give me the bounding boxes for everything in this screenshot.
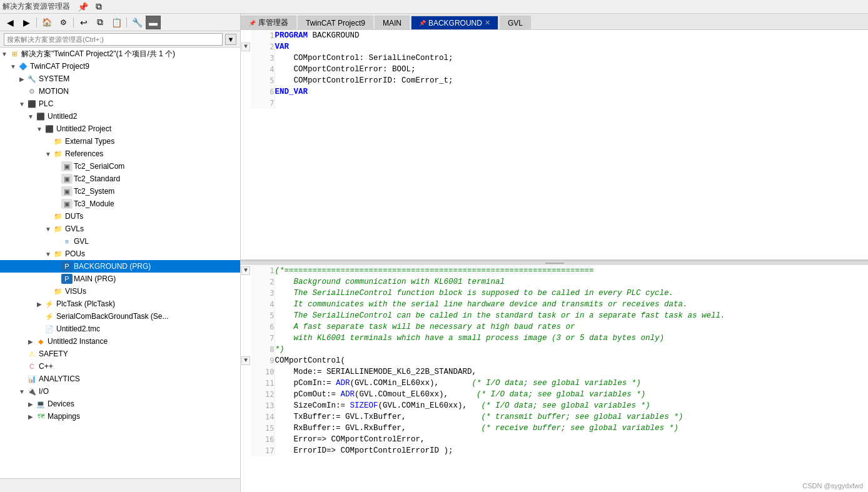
tree-arrow-plc[interactable]: ▼ — [18, 101, 26, 108]
tree-arrow-solution[interactable]: ▼ — [0, 51, 9, 58]
solution-tree: ▼⊞解决方案"TwinCAT Project2"(1 个项目/共 1 个)▼🔷T… — [0, 48, 240, 478]
tab-gvl[interactable]: GVL — [500, 16, 531, 29]
code-content-bottom-5[interactable]: The SerialLineControl can be called in t… — [275, 310, 868, 321]
tree-item-tc2serial[interactable]: ▣Tc2_SerialCom — [0, 160, 240, 173]
tree-arrow-plctask[interactable]: ▶ — [35, 301, 44, 308]
tree-item-twincat[interactable]: ▼🔷TwinCAT Project9 — [0, 60, 240, 73]
tree-item-pous[interactable]: ▼📁POUs — [0, 248, 240, 260]
tree-item-untitled2[interactable]: ▼⬛Untitled2 — [0, 110, 240, 123]
tree-item-plc[interactable]: ▼⬛PLC — [0, 98, 240, 110]
code-content-bottom-13[interactable]: SizeComIn:= SIZEOF(GVL.COMin_EL60xx), (*… — [275, 400, 868, 411]
tree-label-untitled2: Untitled2 — [48, 112, 77, 121]
tree-item-cpp[interactable]: CC++ — [0, 360, 240, 373]
tree-item-analytics[interactable]: 📊ANALYTICS — [0, 373, 240, 385]
home-btn[interactable]: 🏠 — [39, 16, 54, 29]
search-dropdown-btn[interactable]: ▼ — [225, 34, 236, 45]
tree-item-untitled2project[interactable]: ▼⬛Untitled2 Project — [0, 123, 240, 135]
tree-item-solution[interactable]: ▼⊞解决方案"TwinCAT Project2"(1 个项目/共 1 个) — [0, 48, 240, 60]
pin-btn[interactable]: 📌 — [75, 0, 90, 14]
code-row-bottom-13: 13 SizeComIn:= SIZEOF(GVL.COMin_EL60xx),… — [241, 400, 868, 411]
code-content-top-4[interactable]: COMportControlError: BOOL; — [275, 64, 868, 75]
maximize-btn[interactable]: ⧉ — [91, 0, 106, 14]
properties-btn[interactable]: ⚙ — [56, 16, 71, 29]
settings-btn[interactable]: 🔧 — [129, 16, 144, 29]
tab-close-background[interactable]: ✕ — [485, 19, 490, 27]
tree-arrow-untitled2instance[interactable]: ▶ — [26, 338, 35, 345]
fold-btn-b-9[interactable]: ▼ — [241, 356, 250, 365]
collapse-btn[interactable]: ↩ — [76, 16, 91, 29]
fold-btn-2[interactable]: ▼ — [241, 43, 250, 51]
code-content-top-5[interactable]: COMportControlErrorID: ComError_t; — [275, 75, 868, 86]
tab-main[interactable]: MAIN — [375, 16, 410, 29]
filter-btn[interactable]: ▬ — [146, 16, 161, 29]
tree-arrow-mappings[interactable]: ▶ — [26, 413, 35, 420]
tree-item-externaltypes[interactable]: 📁External Types — [0, 135, 240, 148]
tree-arrow-untitled2project[interactable]: ▼ — [35, 126, 44, 133]
tree-item-references[interactable]: ▼📁References — [0, 148, 240, 160]
tree-item-plctask[interactable]: ▶⚡PlcTask (PlcTask) — [0, 298, 240, 310]
code-content-top-2[interactable]: VAR — [275, 41, 868, 53]
back-btn[interactable]: ◀ — [3, 16, 18, 29]
code-content-bottom-14[interactable]: TxBuffer:= GVL.TxBuffer, (* transmit buf… — [275, 411, 868, 423]
tree-item-safety[interactable]: ⚠SAFETY — [0, 348, 240, 360]
tree-arrow-pous[interactable]: ▼ — [44, 251, 53, 258]
tab-project9[interactable]: TwinCAT Project9 — [298, 16, 373, 29]
tree-item-serialcomtask[interactable]: ⚡SerialComBackGroundTask (Se... — [0, 310, 240, 323]
tree-item-motion[interactable]: ⚙MOTION — [0, 85, 240, 98]
code-content-bottom-12[interactable]: pComOut:= ADR(GVL.COmout_EL60xx), (* I/O… — [275, 389, 868, 400]
fold-col-b — [241, 310, 251, 321]
code-content-top-6[interactable]: END_VAR — [275, 86, 868, 98]
tree-item-untitled2instance[interactable]: ▶◆Untitled2 Instance — [0, 335, 240, 348]
tab-background[interactable]: 📌BACKGROUND✕ — [411, 16, 498, 29]
tree-arrow-system[interactable]: ▶ — [18, 76, 26, 83]
paste-btn[interactable]: 📋 — [109, 16, 124, 29]
tree-item-gvl[interactable]: ≡GVL — [0, 235, 240, 248]
tree-item-visus[interactable]: 📁VISUs — [0, 285, 240, 298]
code-content-bottom-8[interactable]: *) — [275, 344, 868, 355]
fold-btn-b-1[interactable]: ▼ — [241, 266, 250, 275]
tree-item-mappings[interactable]: ▶🗺Mappings — [0, 410, 240, 423]
code-content-bottom-9[interactable]: COMportControl( — [275, 355, 868, 366]
tree-arrow-io[interactable]: ▼ — [18, 388, 26, 395]
forward-btn[interactable]: ▶ — [19, 16, 34, 29]
tree-label-safety: SAFETY — [39, 349, 68, 358]
code-content-top-1[interactable]: PROGRAM BACKGROUND — [275, 30, 868, 41]
code-row-bottom-4: 4 It communicates with the serial line h… — [241, 299, 868, 310]
tree-label-tc2standard: Tc2_Standard — [74, 174, 120, 183]
code-content-top-7[interactable] — [275, 98, 868, 109]
code-content-bottom-2[interactable]: Background communication with KL6001 ter… — [275, 276, 868, 288]
search-input[interactable] — [4, 33, 223, 46]
tree-item-system[interactable]: ▶🔧SYSTEM — [0, 73, 240, 85]
code-content-bottom-3[interactable]: The SerialLineControl function block is … — [275, 288, 868, 299]
tree-item-gvls[interactable]: ▼📁GVLs — [0, 223, 240, 235]
tree-item-tc3module[interactable]: ▣Tc3_Module — [0, 198, 240, 210]
tree-item-main[interactable]: PMAIN (PRG) — [0, 273, 240, 285]
tree-item-io[interactable]: ▼🔌I/O — [0, 385, 240, 398]
icon-folder: 📁 — [53, 149, 64, 159]
code-row-bottom-7: 7 with KL6001 terminals which have a sma… — [241, 333, 868, 344]
tree-item-untitled2tmc[interactable]: 📄Untitled2.tmc — [0, 323, 240, 335]
tree-arrow-untitled2[interactable]: ▼ — [26, 113, 35, 120]
copy-btn[interactable]: ⧉ — [93, 16, 108, 29]
code-content-bottom-6[interactable]: A fast separate task will be necessary a… — [275, 321, 868, 333]
tree-item-background[interactable]: PBACKGROUND (PRG) — [0, 260, 240, 273]
code-content-bottom-17[interactable]: ErrorID=> COMportControlErrorID ); — [275, 445, 868, 456]
icon-solution: ⊞ — [9, 49, 20, 59]
code-content-bottom-15[interactable]: RxBuffer:= GVL.RxBuffer, (* receive buff… — [275, 423, 868, 434]
tree-item-duts[interactable]: 📁DUTs — [0, 210, 240, 223]
tree-item-tc2standard[interactable]: ▣Tc2_Standard — [0, 173, 240, 185]
tab-libmgr[interactable]: 📌库管理器 — [241, 16, 296, 29]
code-content-bottom-7[interactable]: with KL6001 terminals which have a small… — [275, 333, 868, 344]
code-content-bottom-11[interactable]: pComIn:= ADR(GVL.COMin_EL60xx), (* I/O d… — [275, 378, 868, 389]
tree-arrow-twincat[interactable]: ▼ — [9, 63, 18, 70]
code-content-bottom-4[interactable]: It communicates with the serial line har… — [275, 299, 868, 310]
code-content-bottom-10[interactable]: Mode:= SERIALLINEMODE_KL6_22B_STANDARD, — [275, 366, 868, 378]
tree-item-devices[interactable]: ▶💻Devices — [0, 398, 240, 410]
code-content-top-3[interactable]: COMportControl: SerialLineControl; — [275, 53, 868, 64]
code-content-bottom-16[interactable]: Error=> COMportControlError, — [275, 434, 868, 445]
code-content-bottom-1[interactable]: (*======================================… — [275, 265, 868, 276]
tree-item-tc2system[interactable]: ▣Tc2_System — [0, 185, 240, 198]
tree-arrow-devices[interactable]: ▶ — [26, 401, 35, 408]
tree-arrow-references[interactable]: ▼ — [44, 151, 53, 158]
tree-arrow-gvls[interactable]: ▼ — [44, 226, 53, 233]
